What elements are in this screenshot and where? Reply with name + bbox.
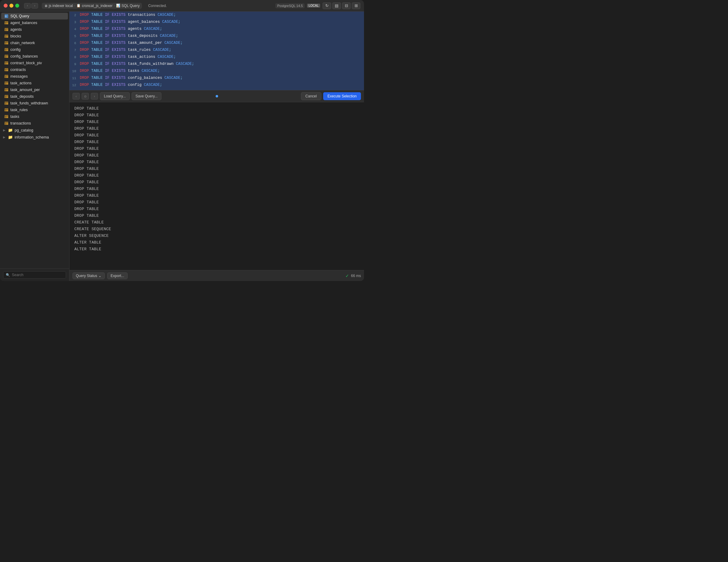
minimize-button[interactable] — [9, 4, 13, 8]
code-lines: 2 DROP TABLE IF EXISTS transactions CASC… — [69, 12, 364, 90]
breadcrumb-item-query[interactable]: 📊 SQL Query — [116, 4, 140, 8]
maximize-button[interactable] — [15, 4, 19, 8]
sidebar-item-agents[interactable]: agents — [1, 26, 68, 33]
layout-button[interactable]: ⊟ — [342, 2, 351, 9]
refresh-button[interactable]: ↻ — [323, 2, 331, 9]
query-status-button[interactable]: Query Status ⌄ — [72, 273, 105, 279]
result-line-18: CREATE TABLE — [74, 219, 359, 226]
svg-text:Q: Q — [5, 15, 6, 18]
result-line-16: DROP TABLE — [74, 206, 359, 213]
forward-button[interactable]: › — [31, 3, 38, 9]
sidebar-item-task-amount-per[interactable]: task_amount_per — [1, 87, 68, 93]
sidebar-item-blocks[interactable]: blocks — [1, 33, 68, 40]
sidebar-item-information-schema[interactable]: ▶ 📁 information_schema — [0, 134, 69, 141]
progress-indicator — [216, 95, 218, 97]
sidebar-item-config[interactable]: config — [1, 46, 68, 53]
sidebar-item-label-pg-catalog: pg_catalog — [15, 128, 33, 133]
sidebar-list: Q SQL Query agent_balances agents — [0, 12, 69, 269]
svg-rect-17 — [5, 55, 8, 58]
table-icon-config — [4, 48, 9, 52]
sidebar-item-label-task-amount-per: task_amount_per — [10, 88, 40, 92]
result-line-8: DROP TABLE — [74, 152, 359, 159]
back-button[interactable]: ‹ — [24, 3, 31, 9]
result-line-5: DROP TABLE — [74, 132, 359, 139]
result-line-4: DROP TABLE — [74, 126, 359, 132]
svg-rect-38 — [5, 102, 8, 105]
query-icon: 📊 — [116, 4, 120, 8]
result-line-7: DROP TABLE — [74, 146, 359, 152]
sidebar-item-label-contracts: contracts — [10, 68, 26, 72]
next-query-button[interactable]: › — [91, 93, 98, 100]
sidebar-item-label-contract-block-piv: contract_block_piv — [10, 61, 42, 65]
success-icon: ✓ — [345, 274, 349, 278]
sidebar-search: 🔍 — [0, 269, 69, 281]
svg-rect-5 — [5, 28, 8, 31]
breadcrumb-db-label: croncat_js_indexer — [82, 4, 113, 8]
close-button[interactable] — [4, 4, 8, 8]
results-area: DROP TABLE DROP TABLE DROP TABLE DROP TA… — [69, 102, 364, 270]
status-bar: Query Status ⌄ Export... ✓ 66 ms — [69, 270, 364, 281]
sidebar-item-label-blocks: blocks — [10, 34, 21, 38]
prev-query-button[interactable]: ‹ — [72, 93, 80, 100]
breadcrumb-item-host[interactable]: 🖥 js indexer local — [44, 4, 73, 8]
sidebar-item-chain-network[interactable]: chain_network — [1, 40, 68, 46]
code-line-5: 5 DROP TABLE IF EXISTS task_deposits CAS… — [69, 33, 364, 40]
table-icon-contract-block-piv — [4, 61, 9, 65]
pg-version-badge: PostgreSQL 14.5 — [275, 3, 305, 8]
sql-query-icon: Q — [4, 14, 9, 18]
sidebar-item-contracts[interactable]: contracts — [1, 66, 68, 73]
sidebar-item-label-tasks: tasks — [10, 115, 19, 119]
svg-rect-20 — [5, 62, 8, 65]
result-line-15: DROP TABLE — [74, 199, 359, 206]
sidebar-item-task-rules[interactable]: task_rules — [1, 107, 68, 113]
sidebar-item-messages[interactable]: messages — [1, 73, 68, 80]
execute-selection-button[interactable]: Execute Selection — [323, 92, 361, 100]
result-line-19: CREATE SEQUENCE — [74, 226, 359, 233]
code-line-10: 10 DROP TABLE IF EXISTS tasks CASCADE; — [69, 68, 364, 75]
table-icon-agent-balances — [4, 21, 9, 25]
sidebar-item-label-task-rules: task_rules — [10, 108, 28, 112]
export-button[interactable]: Export... — [107, 273, 128, 279]
sidebar-item-pg-catalog[interactable]: ▶ 📁 pg_catalog — [0, 127, 69, 134]
save-query-label: Save Query... — [136, 94, 157, 98]
result-line-17: DROP TABLE — [74, 213, 359, 219]
sidebar-item-label-transactions: transactions — [10, 121, 31, 126]
nav-arrows: ‹ › — [24, 3, 38, 9]
sidebar-item-agent-balances[interactable]: agent_balances — [1, 19, 68, 26]
result-line-21: ALTER TABLE — [74, 239, 359, 246]
breadcrumb-sep-1: › — [74, 4, 75, 7]
sidebar-item-config-balances[interactable]: config_balances — [1, 53, 68, 60]
sidebar-item-task-funds-withdrawn[interactable]: task_funds_withdrawn — [1, 100, 68, 107]
svg-rect-23 — [5, 68, 8, 71]
save-query-button[interactable]: Save Query... — [132, 92, 161, 100]
sidebar-item-tasks[interactable]: tasks — [1, 113, 68, 120]
load-query-button[interactable]: Load Query... — [100, 92, 130, 100]
traffic-lights — [4, 4, 19, 8]
history-button[interactable]: ⊙ — [82, 93, 89, 100]
sidebar-item-transactions[interactable]: transactions — [1, 120, 68, 127]
title-bar-right: PostgreSQL 14.5 LOCAL ↻ ▤ ⊟ ⊞ — [275, 2, 360, 9]
sidebar-item-contract-block-piv[interactable]: contract_block_piv — [1, 60, 68, 66]
code-line-6: 6 DROP TABLE IF EXISTS task_amount_per C… — [69, 40, 364, 47]
table-icon-chain-network — [4, 41, 9, 45]
sidebar-item-sql-query[interactable]: Q SQL Query — [1, 13, 68, 19]
svg-rect-2 — [5, 21, 8, 24]
breadcrumb-item-db[interactable]: 📋 croncat_js_indexer — [76, 4, 113, 8]
expand-button[interactable]: ⊞ — [352, 2, 360, 9]
search-input[interactable] — [12, 273, 63, 277]
connection-status: Connected. — [148, 4, 167, 8]
svg-rect-11 — [5, 41, 8, 44]
sidebar-toggle-button[interactable]: ▤ — [332, 2, 341, 9]
sidebar: Q SQL Query agent_balances agents — [0, 12, 69, 281]
breadcrumb[interactable]: 🖥 js indexer local › 📋 croncat_js_indexe… — [42, 3, 142, 9]
db-icon: 📋 — [76, 4, 81, 8]
sidebar-item-task-actions[interactable]: task_actions — [1, 80, 68, 87]
toolbar-icons: ↻ ▤ ⊟ ⊞ — [323, 2, 360, 9]
sidebar-item-task-deposits[interactable]: task_deposits — [1, 93, 68, 100]
cancel-button[interactable]: Cancel — [301, 92, 321, 100]
code-editor[interactable]: 2 DROP TABLE IF EXISTS transactions CASC… — [69, 12, 364, 90]
result-line-9: DROP TABLE — [74, 159, 359, 166]
code-line-4: 4 DROP TABLE IF EXISTS agents CASCADE; — [69, 26, 364, 33]
svg-rect-41 — [5, 108, 8, 111]
result-line-10: DROP TABLE — [74, 166, 359, 172]
